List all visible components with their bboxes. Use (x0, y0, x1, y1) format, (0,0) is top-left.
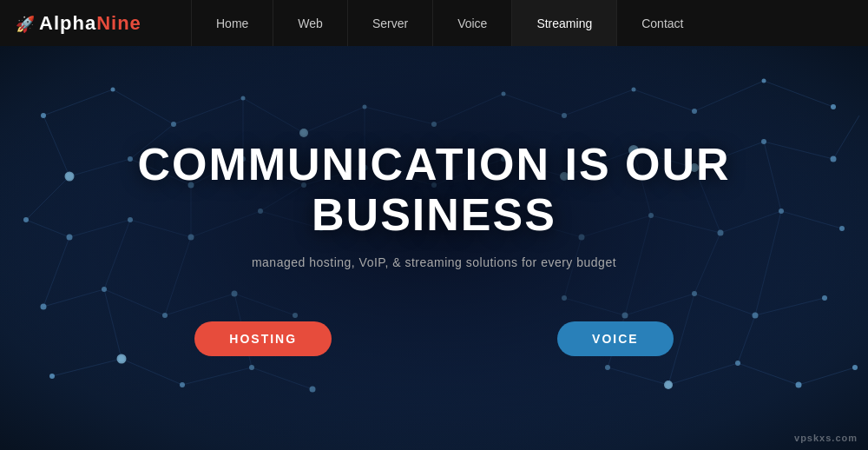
nav-item-streaming[interactable]: Streaming (511, 0, 616, 46)
hero-title-line1: COMMUNICATION IS OUR (137, 139, 730, 189)
hero-subtitle: managed hosting, VoIP, & streaming solut… (252, 255, 616, 269)
logo-nine: Nine (96, 12, 141, 34)
hero-buttons: HOSTING VOICE (194, 321, 673, 356)
hero-title: COMMUNICATION IS OUR BUSINESS (137, 140, 730, 239)
nav-item-voice[interactable]: Voice (432, 0, 511, 46)
nav-item-server[interactable]: Server (347, 0, 432, 46)
nav-links: Home Web Server Voice Streaming Contact (191, 0, 868, 46)
hosting-button[interactable]: HOSTING (194, 321, 332, 356)
hero-section: COMMUNICATION IS OUR BUSINESS managed ho… (0, 46, 868, 450)
hero-content: COMMUNICATION IS OUR BUSINESS managed ho… (0, 46, 868, 450)
hero-title-line2: BUSINESS (312, 189, 556, 240)
logo-alpha: Alpha (39, 12, 96, 34)
nav-item-contact[interactable]: Contact (616, 0, 707, 46)
voice-button[interactable]: VOICE (557, 321, 674, 356)
navigation: 🚀AlphaNine Home Web Server Voice Streami… (0, 0, 868, 46)
nav-item-web[interactable]: Web (273, 0, 347, 46)
logo[interactable]: 🚀AlphaNine (0, 12, 191, 35)
watermark: vpskxs.com (794, 433, 858, 443)
nav-item-home[interactable]: Home (191, 0, 273, 46)
rocket-icon: 🚀 (16, 15, 36, 34)
